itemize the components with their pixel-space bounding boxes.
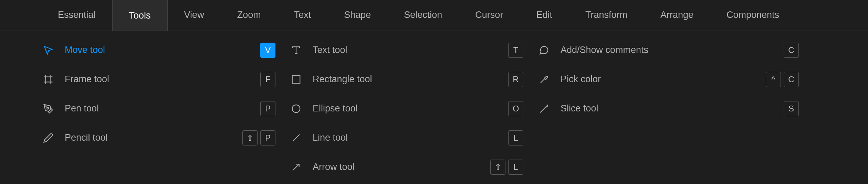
tab-arrange[interactable]: Arrange — [644, 0, 710, 31]
shortcut-label: Move tool — [65, 45, 251, 55]
shortcuts-column-1: Move tool V Frame tool F Pen tool P — [41, 41, 275, 176]
shortcut-keys: ^ C — [766, 72, 799, 87]
svg-line-9 — [293, 134, 300, 141]
key-badge-shift: ⇧ — [490, 160, 505, 175]
shortcut-label: Pen tool — [65, 103, 251, 114]
shortcut-keys: T — [508, 43, 523, 58]
tab-transform[interactable]: Transform — [569, 0, 644, 31]
shortcut-label: Add/Show comments — [561, 45, 774, 55]
key-badge: T — [508, 43, 523, 58]
tab-text[interactable]: Text — [278, 0, 328, 31]
svg-point-4 — [47, 107, 49, 109]
shortcut-keys: R — [508, 72, 523, 87]
tab-edit[interactable]: Edit — [520, 0, 569, 31]
shortcuts-column-3: Add/Show comments C Pick color ^ C Slice… — [537, 41, 799, 176]
frame-icon — [41, 73, 55, 86]
key-badge: P — [260, 101, 275, 116]
key-badge: V — [260, 43, 275, 58]
shortcut-keys: O — [508, 101, 523, 116]
shortcut-keys: L — [508, 130, 523, 145]
key-badge: S — [784, 101, 799, 116]
shortcut-label: Pencil tool — [65, 132, 233, 143]
shortcut-line-tool[interactable]: Line tool L — [289, 128, 523, 147]
shortcut-keys: ⇧ P — [242, 130, 275, 145]
key-badge: O — [508, 101, 523, 116]
slice-icon — [537, 102, 551, 116]
ellipse-icon — [289, 102, 303, 116]
shortcut-frame-tool[interactable]: Frame tool F — [41, 70, 275, 89]
tab-tools[interactable]: Tools — [112, 0, 168, 31]
pen-icon — [41, 102, 55, 116]
shortcut-pick-color[interactable]: Pick color ^ C — [537, 70, 799, 89]
shortcut-rectangle-tool[interactable]: Rectangle tool R — [289, 70, 523, 89]
tab-essential[interactable]: Essential — [41, 0, 112, 31]
shortcut-label: Text tool — [313, 45, 499, 55]
tab-components[interactable]: Components — [710, 0, 796, 31]
shortcut-label: Ellipse tool — [313, 103, 499, 114]
arrow-icon — [289, 160, 303, 174]
shortcut-label: Frame tool — [65, 74, 251, 85]
shortcut-keys: V — [260, 43, 275, 58]
shortcut-label: Line tool — [313, 132, 499, 143]
shortcut-label: Slice tool — [561, 103, 774, 114]
svg-line-10 — [293, 164, 299, 170]
shortcut-arrow-tool[interactable]: Arrow tool ⇧ L — [289, 158, 523, 176]
tab-view[interactable]: View — [168, 0, 221, 31]
key-badge: F — [260, 72, 275, 87]
shortcut-keys: F — [260, 72, 275, 87]
key-badge: C — [784, 72, 799, 87]
tab-selection[interactable]: Selection — [387, 0, 459, 31]
shortcut-label: Arrow tool — [313, 162, 481, 172]
eyedropper-icon — [537, 73, 551, 86]
tab-shape[interactable]: Shape — [327, 0, 387, 31]
key-badge: R — [508, 72, 523, 87]
shortcut-label: Pick color — [561, 74, 756, 85]
shortcut-slice-tool[interactable]: Slice tool S — [537, 99, 799, 118]
line-icon — [289, 131, 303, 145]
tab-cursor[interactable]: Cursor — [459, 0, 520, 31]
move-icon — [41, 43, 55, 57]
shortcut-pen-tool[interactable]: Pen tool P — [41, 99, 275, 118]
rectangle-icon — [289, 73, 303, 86]
pencil-icon — [41, 131, 55, 145]
shortcuts-column-2: Text tool T Rectangle tool R Ellipse too… — [289, 41, 523, 176]
shortcut-text-tool[interactable]: Text tool T — [289, 41, 523, 59]
tab-bar: Essential Tools View Zoom Text Shape Sel… — [0, 0, 868, 31]
shortcut-keys: ⇧ L — [490, 160, 523, 175]
key-badge: L — [508, 130, 523, 145]
key-badge: C — [784, 43, 799, 58]
shortcut-keys: S — [784, 101, 799, 116]
tab-zoom[interactable]: Zoom — [221, 0, 278, 31]
shortcut-ellipse-tool[interactable]: Ellipse tool O — [289, 99, 523, 118]
shortcut-keys: P — [260, 101, 275, 116]
svg-point-8 — [292, 105, 300, 112]
key-badge: P — [260, 130, 275, 145]
shortcut-comments[interactable]: Add/Show comments C — [537, 41, 799, 59]
comment-icon — [537, 43, 551, 57]
shortcut-pencil-tool[interactable]: Pencil tool ⇧ P — [41, 128, 275, 147]
shortcut-keys: C — [784, 43, 799, 58]
shortcut-move-tool[interactable]: Move tool V — [41, 41, 275, 59]
text-icon — [289, 43, 303, 57]
key-badge: L — [508, 160, 523, 175]
shortcuts-panel: Move tool V Frame tool F Pen tool P — [0, 31, 868, 184]
svg-rect-7 — [292, 75, 300, 83]
key-badge-ctrl: ^ — [766, 72, 781, 87]
key-badge-shift: ⇧ — [242, 130, 258, 145]
shortcut-label: Rectangle tool — [313, 74, 499, 85]
